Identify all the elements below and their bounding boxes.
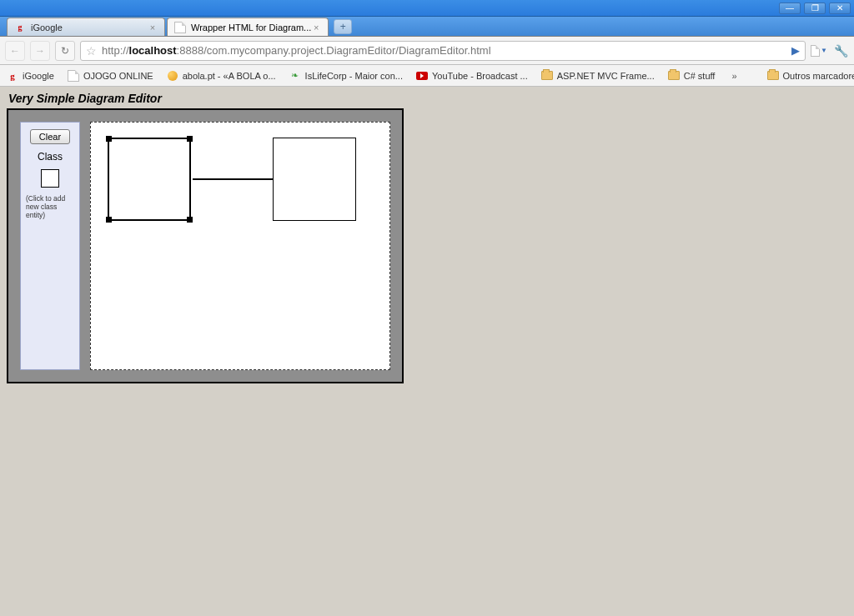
bookmarks-overflow-button[interactable]: » (728, 71, 740, 81)
bookmark-aspnet[interactable]: ASP.NET MVC Frame... (541, 70, 655, 82)
reload-button[interactable]: ↻ (55, 41, 75, 61)
bookmark-ojogo[interactable]: OJOGO ONLINE (68, 70, 153, 82)
resize-handle-tl[interactable] (106, 136, 112, 142)
wrench-menu-button[interactable]: 🔧 (832, 43, 849, 59)
go-icon[interactable]: ▶ (791, 44, 800, 57)
bookmark-star-icon[interactable]: ☆ (86, 44, 97, 58)
bookmark-label: Outros marcadores (783, 71, 854, 81)
youtube-icon (416, 70, 428, 82)
resize-handle-bl[interactable] (106, 217, 112, 223)
browser-tab-diagram[interactable]: Wrapper HTML for Diagram... × (167, 18, 329, 36)
browser-tabstrip: g iGoogle × Wrapper HTML for Diagram... … (0, 17, 854, 37)
bookmark-label: C# stuff (684, 71, 716, 81)
leaf-icon: ❧ (289, 70, 301, 82)
tab-close-icon[interactable]: × (148, 23, 158, 33)
folder-icon (767, 70, 779, 82)
resize-handle-br[interactable] (187, 217, 193, 223)
diagram-canvas[interactable] (90, 122, 390, 370)
palette-class-label: Class (38, 151, 63, 163)
diagram-editor-frame: Clear Class (Click to add new class enti… (7, 108, 404, 383)
new-tab-button[interactable]: + (334, 19, 352, 34)
window-minimize-button[interactable]: — (779, 3, 801, 14)
bookmarks-bar: g iGoogle OJOGO ONLINE abola.pt - «A BOL… (0, 65, 854, 87)
other-bookmarks-button[interactable]: Outros marcadores (767, 70, 854, 82)
bookmark-label: IsLifeCorp - Maior con... (305, 71, 403, 81)
diagram-node[interactable] (273, 138, 356, 221)
bookmark-islifecorp[interactable]: ❧ IsLifeCorp - Maior con... (289, 70, 403, 82)
bookmark-label: YouTube - Broadcast ... (432, 71, 528, 81)
tab-close-icon[interactable]: × (311, 23, 321, 33)
window-close-button[interactable]: ✕ (829, 3, 851, 14)
clear-button[interactable]: Clear (30, 129, 70, 144)
globe-icon (167, 70, 178, 82)
page-body: Very Simple Diagram Editor Clear Class (… (0, 87, 854, 616)
address-bar[interactable]: ☆ http://localhost:8888/com.mycompany.pr… (80, 41, 806, 61)
tab-title: Wrapper HTML for Diagram... (191, 23, 311, 33)
bookmark-abola[interactable]: abola.pt - «A BOLA o... (167, 70, 276, 82)
file-icon (68, 70, 79, 82)
resize-handle-tr[interactable] (187, 136, 193, 142)
address-url: http://localhost:8888/com.mycompany.proj… (102, 44, 791, 57)
tool-palette: Clear Class (Click to add new class enti… (20, 122, 80, 370)
bookmark-igoogle[interactable]: g iGoogle (7, 70, 54, 82)
window-controls: — ❐ ✕ (779, 3, 851, 14)
bookmark-label: ASP.NET MVC Frame... (557, 71, 655, 81)
window-titlebar: — ❐ ✕ (0, 0, 854, 17)
forward-button[interactable]: → (30, 41, 50, 61)
tab-title: iGoogle (31, 23, 148, 33)
page-title: Very Simple Diagram Editor (0, 87, 854, 108)
diagram-node-selected[interactable] (108, 138, 191, 221)
folder-icon (541, 70, 553, 82)
palette-class-swatch[interactable] (41, 169, 59, 188)
bookmark-label: iGoogle (23, 71, 54, 81)
google-icon: g (14, 22, 26, 33)
back-button[interactable]: ← (5, 41, 25, 61)
browser-tab-igoogle[interactable]: g iGoogle × (7, 18, 165, 36)
window-maximize-button[interactable]: ❐ (804, 3, 826, 14)
bookmark-csharp[interactable]: C# stuff (668, 70, 716, 82)
palette-hint: (Click to add new class entity) (24, 194, 76, 220)
bookmark-youtube[interactable]: YouTube - Broadcast ... (416, 70, 528, 82)
page-menu-button[interactable]: ▼ (811, 43, 827, 59)
google-icon: g (7, 70, 18, 82)
browser-toolbar: ← → ↻ ☆ http://localhost:8888/com.mycomp… (0, 37, 854, 65)
folder-icon (668, 70, 680, 82)
file-icon (174, 22, 186, 33)
diagram-edge[interactable] (193, 178, 273, 180)
bookmark-label: abola.pt - «A BOLA o... (183, 71, 276, 81)
bookmark-label: OJOGO ONLINE (83, 71, 153, 81)
